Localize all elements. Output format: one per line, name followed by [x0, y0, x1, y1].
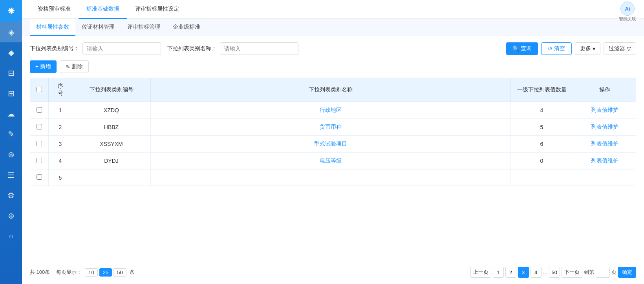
prev-page-button[interactable]: 上一页: [470, 267, 491, 278]
row-action-3[interactable]: 列表值维护: [573, 153, 636, 169]
goto-input[interactable]: [596, 267, 610, 278]
page-1-button[interactable]: 1: [493, 267, 504, 278]
search-label-code: 下拉列表类别编号：: [30, 45, 79, 52]
row-code-4: [72, 169, 151, 186]
table-header-row: 序号 下拉列表类别编号 下拉列表类别名称 一级下拉列表值数量 操作: [30, 78, 636, 102]
palette-icon: ⊛: [8, 150, 15, 159]
row-name-2[interactable]: 型式试验项目: [151, 136, 510, 153]
row-action-link-3[interactable]: 列表值维护: [591, 157, 618, 164]
filter-button[interactable]: 过滤器 ▽: [604, 42, 636, 55]
sidebar-item-list[interactable]: ☰: [0, 165, 22, 185]
per-page-50[interactable]: 50: [113, 268, 126, 277]
page-4-button[interactable]: 4: [531, 267, 542, 278]
delete-button[interactable]: ✎ 删除: [60, 60, 89, 73]
row-checkbox-0[interactable]: [37, 107, 42, 113]
sidebar-logo[interactable]: ❋: [0, 0, 22, 22]
row-seq-0: 1: [49, 102, 72, 119]
sidebar-item-cloud[interactable]: ☁: [0, 104, 22, 124]
row-checkbox-cell: [30, 119, 49, 136]
row-checkbox-4[interactable]: [37, 174, 42, 180]
sidebar-item-edit[interactable]: ✎: [0, 124, 22, 144]
more-button[interactable]: 更多 ▾: [575, 42, 600, 55]
table-row: 4 DYDJ 电压等级 0 列表值维护: [30, 153, 636, 169]
row-action-0[interactable]: 列表值维护: [573, 102, 636, 119]
tab-evaluation[interactable]: 评审指标属性设定: [127, 0, 187, 19]
page-3-button[interactable]: 3: [518, 267, 529, 278]
tab-material-attr[interactable]: 材料属性参数: [30, 19, 75, 36]
search-icon: 🔍: [512, 46, 519, 52]
row-name-link-1[interactable]: 货币币种: [320, 124, 342, 130]
next-page-button[interactable]: 下一页: [562, 267, 582, 278]
table-row: 1 XZDQ 行政地区 4 列表值维护: [30, 102, 636, 119]
row-checkbox-3[interactable]: [37, 158, 42, 163]
pagination-bar: 共 100条 每页显示： 10 25 50 条 上一页 1 2 3 4 ... …: [30, 262, 636, 278]
sidebar-item-help[interactable]: ○: [0, 226, 22, 246]
document-icon: ⊟: [8, 68, 15, 78]
per-page-10[interactable]: 10: [85, 268, 97, 277]
tab-standard[interactable]: 标准基础数据: [79, 0, 127, 19]
row-action-1[interactable]: 列表值维护: [573, 119, 636, 136]
row-seq-4: 5: [49, 169, 72, 186]
select-all-checkbox[interactable]: [37, 87, 42, 92]
main-area: 资格预审标准 标准基础数据 评审指标属性设定 Ai 智能关联 材料属性参数 佐证…: [22, 0, 644, 284]
row-name-4: [151, 169, 510, 186]
table-wrap: 序号 下拉列表类别编号 下拉列表类别名称 一级下拉列表值数量 操作: [30, 78, 636, 262]
tab-enterprise[interactable]: 企业级标准: [166, 19, 207, 36]
row-action-link-1[interactable]: 列表值维护: [591, 124, 618, 130]
row-count-1: 5: [510, 119, 573, 136]
row-name-0[interactable]: 行政地区: [151, 102, 510, 119]
total-count: 共 100条: [30, 269, 50, 276]
home-icon: ◈: [8, 27, 14, 37]
row-name-3[interactable]: 电压等级: [151, 153, 510, 169]
goto-unit: 页: [611, 269, 617, 276]
row-checkbox-cell: [30, 153, 49, 169]
ai-label: 智能关联: [619, 16, 636, 22]
row-checkbox-cell: [30, 169, 49, 186]
page-2-button[interactable]: 2: [505, 267, 516, 278]
row-checkbox-2[interactable]: [37, 141, 42, 146]
header-seq: 序号: [49, 78, 72, 102]
tab-evidence[interactable]: 佐证材料管理: [75, 19, 121, 36]
sidebar-item-grid[interactable]: ⊞: [0, 83, 22, 104]
header-action: 操作: [573, 78, 636, 102]
row-checkbox-cell: [30, 136, 49, 153]
sidebar-item-home[interactable]: ◈: [0, 22, 22, 42]
header-checkbox-cell: [30, 78, 49, 102]
goto-confirm-button[interactable]: 确定: [618, 267, 636, 278]
row-name-link-0[interactable]: 行政地区: [320, 107, 342, 113]
header-count: 一级下拉列表值数量: [510, 78, 573, 102]
query-button[interactable]: 🔍 查询: [506, 42, 538, 55]
per-page-25[interactable]: 25: [99, 268, 112, 277]
tab-qualification[interactable]: 资格预审标准: [30, 0, 79, 19]
ai-badge[interactable]: Ai 智能关联: [619, 2, 636, 22]
per-page-label: 每页显示：: [56, 269, 82, 276]
row-count-2: 6: [510, 136, 573, 153]
row-action-link-2[interactable]: 列表值维护: [591, 140, 618, 147]
top-nav: 资格预审标准 标准基础数据 评审指标属性设定 Ai 智能关联: [22, 0, 644, 19]
search-input-name[interactable]: [220, 42, 298, 55]
sidebar-item-diamond[interactable]: ◆: [0, 42, 22, 63]
list-icon: ☰: [7, 170, 15, 180]
table-row: 3 XSSYXM 型式试验项目 6 列表值维护: [30, 136, 636, 153]
row-name-1[interactable]: 货币币种: [151, 119, 510, 136]
row-code-3: DYDJ: [72, 153, 151, 169]
toolbar: + 新增 ✎ 删除: [30, 60, 636, 73]
sidebar-item-palette[interactable]: ⊛: [0, 144, 22, 165]
table-row: 2 HBBZ 货币币种 5 列表值维护: [30, 119, 636, 136]
row-name-link-2[interactable]: 型式试验项目: [314, 140, 347, 147]
sidebar-item-settings1[interactable]: ⚙: [0, 185, 22, 206]
row-action-link-0[interactable]: 列表值维护: [591, 107, 618, 113]
row-name-link-3[interactable]: 电压等级: [320, 157, 342, 164]
page-last-button[interactable]: 50: [549, 267, 560, 278]
search-actions: 🔍 查询 ↺ 清空 更多 ▾ 过滤器 ▽: [506, 42, 636, 55]
add-button[interactable]: + 新增: [30, 60, 57, 73]
sidebar-item-document[interactable]: ⊟: [0, 63, 22, 83]
row-action-2[interactable]: 列表值维护: [573, 136, 636, 153]
search-input-code[interactable]: [82, 42, 161, 55]
clear-button[interactable]: ↺ 清空: [541, 42, 572, 55]
goto-label: 到第: [584, 269, 594, 276]
row-checkbox-1[interactable]: [37, 124, 42, 129]
content-area: 下拉列表类别编号： 下拉列表类别名称： 🔍 查询 ↺ 清空 更多 ▾: [22, 36, 644, 284]
tab-review-index[interactable]: 评审指标管理: [121, 19, 166, 36]
sidebar-item-settings2[interactable]: ⊕: [0, 206, 22, 226]
